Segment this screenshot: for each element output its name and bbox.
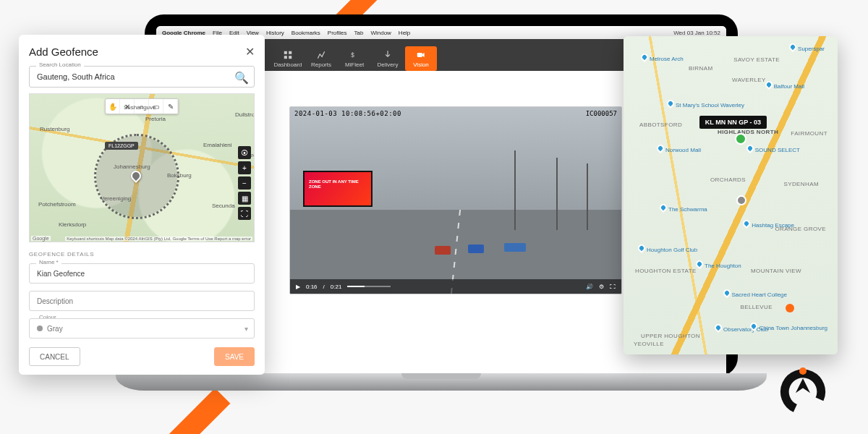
vehicle-tag[interactable]: KL MN NN GP - 03 [699,116,767,129]
geofence-map[interactable]: ✋ ✕ ○ ▭ ✎ Pretoria Johannesburg Rustenbu… [29,93,255,242]
poi-label: Sacred Heart College [732,292,787,298]
area-label: HOUGHTON ESTATE [635,268,697,274]
area-label: ORANGE GROVE [775,226,826,232]
svg-text:$: $ [351,51,354,58]
menu-item[interactable]: Profiles [328,30,347,36]
zoom-in-icon[interactable]: + [238,161,251,174]
field-label: Name * [36,259,61,265]
nav-dashboard[interactable]: Dashboard [272,46,304,71]
city-label: Potchefstroom [38,201,76,208]
geofence-panel: Add Geofence ✕ Search Location 🔍 ✋ ✕ ○ ▭… [19,35,265,375]
nav-vision[interactable]: Vision [405,46,437,71]
area-label: SAVOY ESTATE [733,56,780,63]
cancel-button[interactable]: CANCEL [29,347,80,366]
area-label: ABBOTSFORD [639,122,682,128]
vehicle [504,243,526,252]
menu-item[interactable]: Help [399,30,410,36]
area-label: SYDENHAM [783,181,819,187]
colour-swatch [37,326,43,331]
menu-item[interactable]: Bookmarks [292,30,320,36]
area-label: FAIRMOUNT [791,130,827,137]
area-label: BELLEVUE [740,304,773,310]
area-label: WAVERLEY [732,77,766,83]
vehicle [468,244,484,253]
vehicle-marker-idle[interactable] [736,195,746,205]
save-button[interactable]: SAVE [214,347,255,366]
city-label: Soshanguve [124,104,156,111]
search-icon[interactable]: 🔍 [234,71,249,85]
camera-notch [409,17,474,25]
colour-field: Colour Gray [29,318,255,339]
menu-item[interactable]: History [266,30,284,36]
city-label: Pretoria [145,116,166,122]
poi-label: Norwood Mall [665,147,701,153]
city-label: Dullstroom [235,111,255,118]
svg-rect-5 [417,53,422,57]
zoom-out-icon[interactable]: − [238,176,251,190]
fullscreen-icon[interactable]: ⛶ [610,284,616,290]
poi-label: Superspar [798,46,825,52]
light-pole [514,150,516,230]
progress-bar[interactable] [347,286,391,287]
city-label: Rustenburg [40,126,69,132]
volume-icon[interactable]: 🔊 [586,284,593,290]
name-field: Name * [29,263,255,284]
video-timestamp: 2024-01-03 10:08:56+02:00 [294,110,401,117]
delivery-icon [383,50,393,60]
tracking-map[interactable]: Superspar Melrose Arch Balfour Mall St M… [624,36,838,354]
search-field: Search Location 🔍 [29,66,255,88]
nav-reports[interactable]: Reports [305,46,337,71]
play-icon[interactable]: ▶ [296,284,300,290]
area-label: YEOVILLE [634,341,664,347]
geofence-tag: FL12ZGGP [105,142,138,150]
name-input[interactable] [29,263,255,284]
city-label: Emalahleni [203,142,232,148]
laptop-base [116,373,767,391]
search-input[interactable] [29,66,255,88]
description-input[interactable] [29,291,255,311]
video-controls[interactable]: ▶ 0:16 / 0:21 🔊 ⚙ ⛶ [290,279,621,294]
billboard: ZONE OUT IN ANY TIME ZONE [303,171,373,207]
area-label: MOUNTAIN VIEW [751,268,801,274]
reports-icon [316,50,326,60]
layers-icon[interactable]: ▦ [238,192,251,205]
search-label: Search Location [36,61,84,68]
brand-logo [773,367,833,428]
video-device-id: IC000057 [586,110,617,117]
poi-label: Balfour Mall [774,83,804,90]
svg-rect-0 [284,51,287,54]
poi-label: St Mary's School Waverley [676,102,744,109]
svg-point-7 [799,367,807,375]
close-icon[interactable]: ✕ [245,45,255,59]
fullscreen-icon[interactable]: ⛶ [238,207,251,220]
colour-select[interactable]: Gray [29,318,255,339]
city-label: Secunda [212,203,235,209]
light-pole [587,163,588,230]
poi-label: SOUND SELECT [755,147,800,153]
vehicle-marker-active[interactable] [735,133,746,145]
nav-delivery[interactable]: Delivery [372,46,404,71]
poi-label: Melrose Arch [650,56,684,62]
dashcam-video[interactable]: 2024-01-03 10:08:56+02:00 IC000057 ZONE … [289,106,622,294]
settings-icon[interactable]: ⚙ [599,284,604,290]
area-label: UPPER HOUGHTON [641,333,700,339]
svg-rect-1 [289,51,292,54]
svg-rect-3 [289,56,292,59]
locate-icon[interactable]: ⦿ [238,146,251,159]
vehicle-marker[interactable] [786,304,794,312]
map-controls: ⦿ + − ▦ ⛶ [238,146,251,220]
nav-fleet[interactable]: $MiFleet [339,46,370,71]
hand-tool-icon[interactable]: ✋ [106,99,120,114]
panel-title: Add Geofence [29,46,98,58]
menu-item[interactable]: Tab [354,30,364,36]
svg-rect-2 [284,56,287,59]
google-logo: Google [31,236,51,241]
city-label: Klerksdorp [59,221,86,228]
video-total: 0:21 [331,284,342,290]
menu-item[interactable]: Window [370,30,391,36]
poi-label: The Schwarma [668,206,707,213]
area-label: HIGHLANDS NORTH [718,129,778,135]
svg-point-6 [779,367,827,416]
vehicle [435,246,451,255]
polyline-tool-icon[interactable]: ✎ [163,99,178,114]
